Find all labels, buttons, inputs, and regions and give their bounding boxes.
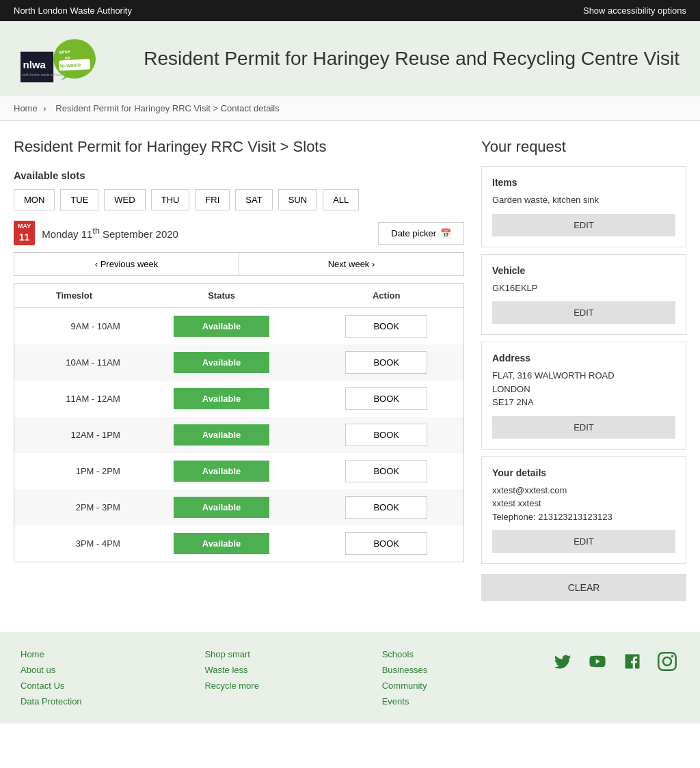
youtube-icon[interactable] (585, 649, 610, 674)
top-bar: North London Waste Authority Show access… (0, 0, 700, 21)
slot-status: Available (134, 489, 310, 525)
book-button[interactable]: BOOK (345, 387, 427, 410)
slot-status: Available (134, 417, 310, 453)
twitter-icon[interactable] (550, 649, 575, 674)
slot-action: BOOK (309, 381, 463, 417)
book-button[interactable]: BOOK (345, 424, 427, 446)
address-label: Address (492, 353, 675, 364)
table-row: 2PM - 3PMAvailableBOOK (14, 489, 464, 525)
day-btn-sat[interactable]: SAT (235, 189, 272, 210)
main-content: Resident Permit for Haringey RRC Visit >… (0, 121, 700, 618)
date-suffix: September 2020 (100, 228, 178, 240)
table-row: 1PM - 2PMAvailableBOOK (14, 453, 464, 489)
slot-time: 10AM - 11AM (14, 344, 134, 381)
book-button[interactable]: BOOK (345, 496, 427, 519)
vehicle-edit-button[interactable]: EDIT (492, 301, 675, 324)
details-value: xxtest@xxtest.com xxtest xxtest Telephon… (492, 484, 675, 524)
vehicle-card: Vehicle GK16EKLP EDIT (481, 254, 686, 335)
footer-link-community[interactable]: Community (382, 681, 427, 691)
items-label: Items (492, 177, 675, 188)
slot-action: BOOK (309, 489, 463, 525)
svg-text:nlwa: nlwa (23, 59, 46, 70)
prev-week-label: Previous week (100, 259, 159, 269)
table-row: 12AM - 1PMAvailableBOOK (14, 417, 464, 453)
instagram-icon[interactable] (655, 649, 679, 674)
right-panel: Your request Items Garden waste, kitchen… (481, 138, 686, 601)
details-email: xxtest@xxtest.com (492, 484, 675, 497)
date-badge-day: 11 (18, 231, 31, 245)
date-badge-area: MAY 11 Monday 11th September 2020 (14, 221, 178, 245)
next-week-chevron-icon: › (369, 259, 375, 269)
breadcrumb-home[interactable]: Home (14, 103, 38, 113)
slot-status: Available (134, 453, 310, 489)
address-value: FLAT, 316 WALWORTH ROAD LONDON SE17 2NA (492, 369, 675, 409)
date-picker-button[interactable]: Date picker 📅 (378, 222, 464, 245)
slot-status: Available (134, 344, 310, 381)
footer-link-businesses[interactable]: Businesses (382, 665, 427, 675)
footer-link-recycle[interactable]: Recycle more (204, 681, 258, 691)
svg-point-3 (53, 39, 96, 79)
slot-time: 9AM - 10AM (14, 308, 134, 345)
svg-text:up: up (64, 55, 70, 60)
col-status: Status (134, 284, 310, 308)
accessibility-link[interactable]: Show accessibility options (583, 5, 686, 16)
address-card: Address FLAT, 316 WALWORTH ROAD LONDON S… (481, 342, 686, 450)
details-edit-button[interactable]: EDIT (492, 530, 675, 553)
vehicle-value: GK16EKLP (492, 282, 675, 295)
prev-week-chevron-icon: ‹ (95, 259, 100, 269)
details-tel: Telephone: 213123213123123 (492, 510, 675, 524)
book-button[interactable]: BOOK (345, 351, 427, 374)
breadcrumb-current: Resident Permit for Haringey RRC Visit >… (55, 103, 279, 113)
day-btn-fri[interactable]: FRI (195, 189, 230, 210)
day-btn-wed[interactable]: WED (104, 189, 145, 210)
book-button[interactable]: BOOK (345, 532, 427, 555)
available-slots-label: Available slots (14, 169, 464, 181)
footer-social (550, 649, 679, 674)
day-btn-mon[interactable]: MON (14, 189, 55, 210)
date-prefix: Monday 11 (42, 228, 92, 240)
footer-link-waste[interactable]: Waste less (204, 665, 258, 675)
col-timeslot: Timeslot (14, 284, 134, 308)
items-edit-button[interactable]: EDIT (492, 214, 675, 236)
footer-col-1: Home About us Contact Us Data Protection (21, 649, 82, 707)
address-line1: FLAT, 316 WALWORTH ROAD (492, 369, 675, 383)
slot-time: 11AM - 12AM (14, 381, 134, 417)
slot-action: BOOK (309, 417, 463, 453)
left-panel: Resident Permit for Haringey RRC Visit >… (14, 138, 481, 601)
address-line2: LONDON (492, 383, 675, 396)
slot-time: 2PM - 3PM (14, 489, 134, 525)
footer-link-events[interactable]: Events (382, 696, 427, 707)
prev-week-button[interactable]: ‹ Previous week (14, 252, 239, 276)
calendar-icon: 📅 (440, 228, 451, 238)
items-value: Garden waste, kitchen sink (492, 193, 675, 207)
footer-col-3: Schools Businesses Community Events (382, 649, 427, 707)
slot-status: Available (134, 381, 310, 417)
day-btn-tue[interactable]: TUE (60, 189, 98, 210)
day-btn-sun[interactable]: SUN (278, 189, 317, 210)
footer-link-contact[interactable]: Contact Us (21, 681, 82, 691)
footer-link-data[interactable]: Data Protection (21, 696, 82, 707)
slot-action: BOOK (309, 525, 463, 562)
slots-table: Timeslot Status Action 9AM - 10AMAvailab… (14, 283, 464, 562)
details-name: xxtest xxtest (492, 497, 675, 510)
book-button[interactable]: BOOK (345, 315, 427, 338)
footer-link-shop[interactable]: Shop smart (204, 649, 258, 659)
slot-status: Available (134, 525, 310, 562)
week-nav: ‹ Previous week Next week › (14, 252, 464, 276)
date-display: Monday 11th September 2020 (42, 226, 178, 240)
day-btn-thu[interactable]: THU (151, 189, 190, 210)
footer-link-schools[interactable]: Schools (382, 649, 427, 659)
col-action: Action (309, 284, 463, 308)
address-edit-button[interactable]: EDIT (492, 416, 675, 439)
day-btn-all[interactable]: ALL (323, 189, 359, 210)
facebook-icon[interactable] (620, 649, 645, 674)
svg-text:to waste: to waste (60, 61, 81, 69)
footer-link-home[interactable]: Home (21, 649, 82, 659)
items-card: Items Garden waste, kitchen sink EDIT (481, 166, 686, 247)
next-week-button[interactable]: Next week › (239, 252, 464, 276)
book-button[interactable]: BOOK (345, 460, 427, 482)
day-buttons: MON TUE WED THU FRI SAT SUN ALL (14, 189, 464, 210)
date-header: MAY 11 Monday 11th September 2020 Date p… (14, 221, 464, 245)
clear-button[interactable]: CLEAR (481, 574, 686, 601)
footer-link-about[interactable]: About us (21, 665, 82, 675)
